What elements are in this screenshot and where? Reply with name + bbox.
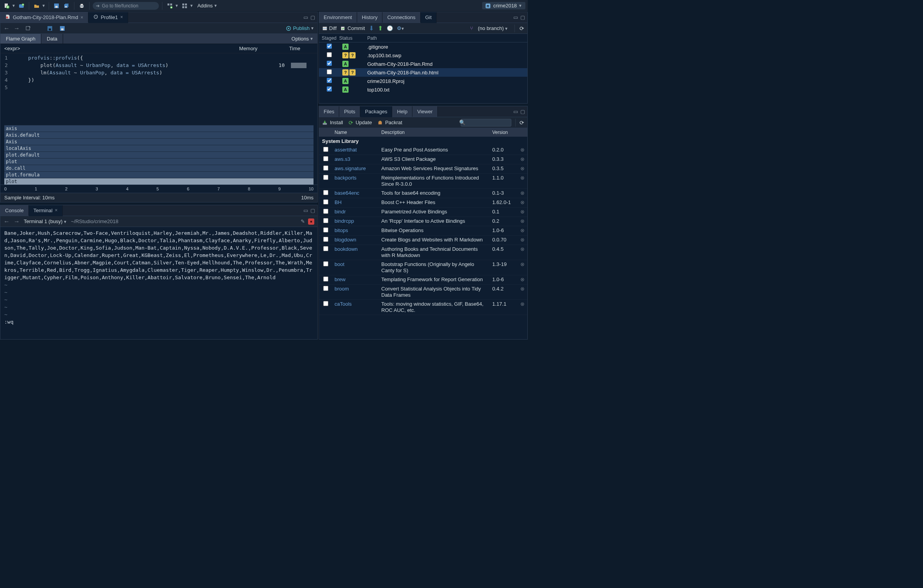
pull-button[interactable]: ⬇ [369, 25, 374, 32]
git-file-row[interactable]: A top100.txt [319, 85, 527, 94]
flame-frame[interactable]: localAxis [4, 145, 314, 151]
staged-checkbox[interactable] [327, 78, 332, 83]
remove-package-button[interactable]: ⊗ [517, 246, 527, 252]
code-row[interactable]: 2 plot(Assault ~ UrbanPop, data = USArre… [0, 62, 317, 69]
flame-frame[interactable]: Axis.default [4, 132, 314, 138]
remove-package-button[interactable]: ⊗ [517, 301, 527, 307]
tab-packages[interactable]: Packages [360, 106, 392, 117]
maximize-icon[interactable]: ▢ [520, 109, 525, 114]
remove-package-button[interactable]: ⊗ [517, 261, 527, 268]
push-button[interactable]: ⬆ [378, 25, 383, 32]
dropdown-icon[interactable]: ▼ [42, 4, 46, 8]
history-icon[interactable]: 🕓 [387, 25, 393, 31]
tab-flame-graph[interactable]: Flame Graph [0, 34, 41, 44]
staged-checkbox[interactable] [327, 86, 332, 92]
save-profile-button[interactable] [46, 24, 54, 33]
diff-button[interactable]: Diff [322, 25, 336, 31]
nav-forward-button[interactable]: → [14, 25, 20, 32]
package-name-link[interactable]: broom [332, 286, 379, 292]
git-file-row[interactable]: A .gitignore [319, 42, 527, 51]
package-load-checkbox[interactable] [323, 301, 328, 306]
options-menu[interactable]: Options ▼ [287, 34, 317, 44]
package-load-checkbox[interactable] [323, 190, 328, 195]
panes-button[interactable] [180, 2, 189, 10]
package-name-link[interactable]: bitops [332, 227, 379, 234]
package-name-link[interactable]: aws.s3 [332, 156, 379, 162]
new-file-button[interactable] [2, 2, 11, 10]
install-button[interactable]: Install [322, 120, 343, 125]
nav-back-button[interactable]: ← [4, 25, 10, 32]
remove-package-button[interactable]: ⊗ [517, 156, 527, 162]
branch-selector[interactable]: (no branch) ▼ [476, 25, 510, 31]
package-load-checkbox[interactable] [323, 147, 328, 152]
dropdown-icon[interactable]: ▼ [12, 4, 16, 8]
open-file-button[interactable] [32, 2, 41, 10]
flame-frame[interactable]: plot [4, 178, 314, 185]
package-load-checkbox[interactable] [323, 237, 328, 242]
remove-package-button[interactable]: ⊗ [517, 276, 527, 283]
minimize-icon[interactable]: ▭ [303, 14, 308, 20]
close-icon[interactable]: × [120, 14, 123, 20]
flame-frame[interactable]: plot.formula [4, 171, 314, 178]
close-icon[interactable]: × [55, 208, 58, 213]
flame-graph[interactable]: axisAxis.defaultAxislocalAxisplot.defaul… [0, 123, 317, 185]
minimize-icon[interactable]: ▭ [303, 208, 308, 213]
remove-package-button[interactable]: ⊗ [517, 286, 527, 292]
package-load-checkbox[interactable] [323, 227, 328, 232]
dropdown-icon[interactable]: ▼ [175, 4, 179, 8]
package-name-link[interactable]: assertthat [332, 147, 379, 153]
terminal-output[interactable]: Bane,Joker,Hush,Scarecrow,Two-Face,Ventr… [0, 227, 317, 339]
tab-history[interactable]: History [357, 12, 382, 23]
package-name-link[interactable]: bookdown [332, 246, 379, 252]
term-forward-button[interactable]: → [14, 218, 20, 225]
maximize-icon[interactable]: ▢ [520, 14, 525, 20]
clear-terminal-icon[interactable]: ✎ [301, 218, 305, 224]
remove-package-button[interactable]: ⊗ [517, 175, 527, 181]
package-name-link[interactable]: base64enc [332, 190, 379, 196]
remove-package-button[interactable]: ⊗ [517, 199, 527, 206]
code-row[interactable]: 4 }) [0, 76, 317, 84]
remove-package-button[interactable]: ⊗ [517, 227, 527, 234]
dropdown-icon[interactable]: ▼ [190, 4, 194, 8]
editor-tab[interactable]: Gotham-City-2018-Plan.Rmd× [0, 12, 88, 23]
remove-package-button[interactable]: ⊗ [517, 190, 527, 196]
commit-button[interactable]: Commit [340, 25, 365, 31]
remove-package-button[interactable]: ⊗ [517, 237, 527, 243]
git-file-row[interactable]: ?? .top100.txt.swp [319, 51, 527, 60]
code-row[interactable]: 3 lm(Assault ~ UrbanPop, data = USArrest… [0, 69, 317, 76]
code-row[interactable]: 1 profvis::profvis({ [0, 54, 317, 62]
package-load-checkbox[interactable] [323, 156, 328, 161]
tab-connections[interactable]: Connections [382, 12, 420, 23]
package-load-checkbox[interactable] [323, 286, 328, 291]
terminal-name-menu[interactable]: Terminal 1 (busy) ▼ [24, 218, 67, 224]
tab-git[interactable]: Git [421, 12, 437, 23]
staged-checkbox[interactable] [327, 52, 332, 57]
flame-frame[interactable]: plot.default [4, 151, 314, 158]
tab-viewer[interactable]: Viewer [412, 106, 438, 117]
package-load-checkbox[interactable] [323, 199, 328, 204]
new-project-button[interactable] [17, 2, 26, 10]
staged-checkbox[interactable] [327, 44, 332, 49]
staged-checkbox[interactable] [327, 69, 332, 74]
refresh-button[interactable]: ⟳ [520, 25, 524, 32]
package-name-link[interactable]: backports [332, 175, 379, 181]
package-load-checkbox[interactable] [323, 209, 328, 214]
code-row[interactable]: 5 [0, 84, 317, 91]
tab-help[interactable]: Help [392, 106, 412, 117]
addins-menu[interactable]: Addins ▼ [195, 3, 220, 9]
refresh-packages-button[interactable]: ⟳ [520, 120, 524, 126]
maximize-icon[interactable]: ▢ [310, 208, 315, 213]
minimize-icon[interactable]: ▭ [513, 14, 518, 20]
flame-frame[interactable]: Axis [4, 138, 314, 145]
package-load-checkbox[interactable] [323, 165, 328, 171]
package-search-input[interactable] [461, 119, 511, 127]
tab-files[interactable]: Files [319, 106, 339, 117]
stop-terminal-button[interactable]: ■ [308, 218, 314, 225]
packrat-button[interactable]: Packrat [377, 120, 402, 125]
remove-package-button[interactable]: ⊗ [517, 147, 527, 153]
package-load-checkbox[interactable] [323, 246, 328, 251]
tab-data[interactable]: Data [41, 34, 63, 44]
print-button[interactable] [78, 2, 86, 10]
staged-checkbox[interactable] [327, 61, 332, 66]
grid-button[interactable] [166, 2, 174, 10]
